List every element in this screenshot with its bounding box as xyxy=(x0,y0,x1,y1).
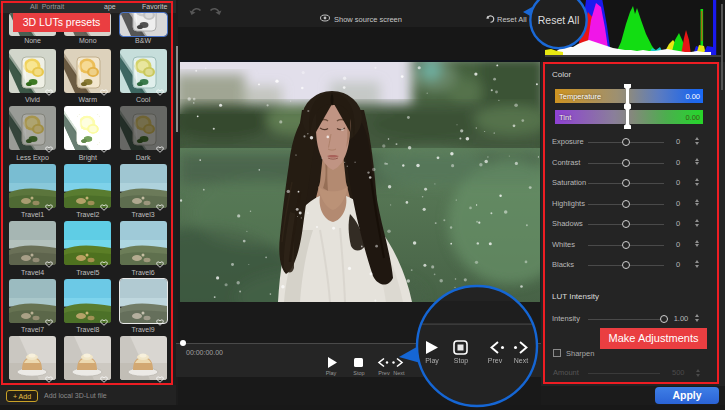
svg-text:Reset All: Reset All xyxy=(538,14,579,26)
svg-text:Stop: Stop xyxy=(454,357,469,365)
svg-text:Prev: Prev xyxy=(488,357,503,364)
svg-text:Next: Next xyxy=(514,357,528,364)
svg-text:Play: Play xyxy=(425,357,439,365)
